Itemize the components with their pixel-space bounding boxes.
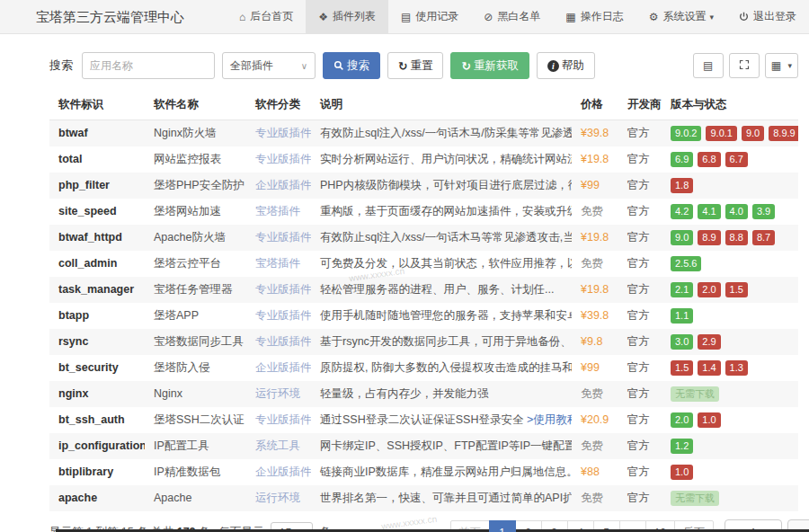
category-filter-select[interactable]: 全部插件 ∨ bbox=[222, 52, 316, 79]
version-badge[interactable]: 1.8 bbox=[671, 178, 693, 193]
nav-item-settings[interactable]: ⚙系统设置▾ bbox=[636, 0, 726, 33]
cell-category-link[interactable]: 专业版插件 bbox=[246, 120, 311, 146]
cell-category-link[interactable]: 运行环境 bbox=[246, 381, 311, 407]
cell-versions: 无需下载 bbox=[662, 381, 798, 407]
cell-category-link[interactable]: 专业版插件 bbox=[246, 407, 311, 433]
version-badge[interactable]: 1.1 bbox=[671, 308, 693, 324]
cell-plugin-name: 堡塔APP bbox=[145, 303, 246, 329]
table-row: bt_ssh_auth堡塔SSH二次认证专业版插件通过SSH登录二次认证保证SS… bbox=[49, 407, 798, 433]
cell-plugin-name: Nginx防火墙 bbox=[145, 120, 246, 146]
version-badge[interactable]: 2.5.6 bbox=[671, 256, 701, 271]
cell-category-link[interactable]: 专业版插件 bbox=[246, 225, 311, 251]
version-badge[interactable]: 3.0 bbox=[671, 334, 693, 350]
cell-price: ¥9.8 bbox=[572, 329, 618, 355]
cell-versions: 1.1 bbox=[662, 303, 798, 329]
reset-button[interactable]: ↻ 重置 bbox=[387, 52, 443, 79]
version-badge[interactable]: 无需下载 bbox=[671, 386, 719, 402]
cell-price: ¥99 bbox=[572, 355, 618, 381]
cell-developer: 官方 bbox=[618, 251, 662, 277]
cell-category-link[interactable]: 专业版插件 bbox=[246, 277, 311, 303]
version-badge[interactable]: 1.4 bbox=[698, 360, 720, 376]
cell-developer: 官方 bbox=[618, 329, 662, 355]
version-badge[interactable]: 3.9 bbox=[752, 204, 775, 219]
nav-item-operation-log[interactable]: ▦操作日志 bbox=[553, 0, 636, 33]
cell-plugin-id: task_manager bbox=[49, 277, 145, 303]
cell-category-link[interactable]: 企业版插件 bbox=[246, 355, 311, 381]
version-badge[interactable]: 1.5 bbox=[725, 282, 748, 297]
search-button[interactable]: 搜索 bbox=[323, 52, 380, 79]
cell-category-link[interactable]: 运行环境 bbox=[246, 485, 311, 511]
caret-down-icon: ▾ bbox=[709, 13, 714, 22]
cell-plugin-name: Apache防火墙 bbox=[145, 225, 246, 251]
version-badge[interactable]: 1.5 bbox=[671, 360, 693, 376]
columns-toggle-button[interactable]: ▦ ▾ bbox=[765, 53, 798, 78]
version-badge[interactable]: 8.8 bbox=[725, 230, 748, 245]
cell-plugin-id: site_speed bbox=[49, 199, 145, 225]
table-row: btwaf_httpdApache防火墙专业版插件有效防止sql注入/xss/一… bbox=[49, 225, 798, 251]
version-badge[interactable]: 2.0 bbox=[698, 282, 720, 297]
cell-versions: 3.02.9 bbox=[662, 329, 798, 355]
info-icon: i bbox=[547, 60, 559, 72]
version-badge[interactable]: 6.8 bbox=[698, 152, 720, 167]
version-badge[interactable]: 4.1 bbox=[698, 204, 720, 219]
version-badge[interactable]: 无需下载 bbox=[671, 491, 719, 506]
version-badge[interactable]: 9.0 bbox=[671, 230, 693, 245]
cell-description: 通过SSH登录二次认证保证SSH登录安全 >使用教程 bbox=[311, 407, 572, 433]
cell-category-link[interactable]: 专业版插件 bbox=[246, 146, 311, 173]
cell-developer: 官方 bbox=[618, 225, 662, 251]
nav-item-blacklist[interactable]: ⊘黑白名单 bbox=[471, 0, 553, 33]
version-badge[interactable]: 2.9 bbox=[698, 334, 720, 350]
version-badge[interactable]: 6.7 bbox=[725, 152, 748, 167]
home-icon: ⌂ bbox=[239, 11, 245, 23]
fullscreen-button[interactable] bbox=[729, 53, 760, 78]
version-badge[interactable]: 4.2 bbox=[671, 204, 693, 219]
nav-item-usage-log[interactable]: ▤使用记录 bbox=[388, 0, 471, 33]
cell-developer: 官方 bbox=[618, 485, 662, 511]
ban-icon: ⊘ bbox=[484, 11, 493, 23]
description-link[interactable]: >使用教程 bbox=[527, 413, 572, 426]
detail-view-button[interactable]: ▤ bbox=[693, 53, 724, 78]
cell-plugin-name: 堡塔网站加速 bbox=[145, 199, 246, 225]
version-badge[interactable]: 8.9.9 bbox=[769, 126, 798, 141]
cell-category-link[interactable]: 专业版插件 bbox=[246, 303, 311, 329]
version-badge[interactable]: 8.9 bbox=[698, 230, 720, 245]
cell-price: ¥19.8 bbox=[572, 225, 618, 251]
version-badge[interactable]: 1.0 bbox=[671, 465, 693, 480]
version-badge[interactable]: 2.0 bbox=[671, 412, 693, 428]
version-badge[interactable]: 9.0 bbox=[742, 126, 764, 141]
cell-developer: 官方 bbox=[618, 381, 662, 407]
version-badge[interactable]: 8.7 bbox=[752, 230, 775, 245]
version-badge[interactable]: 6.9 bbox=[671, 152, 693, 167]
help-button[interactable]: i 帮助 bbox=[537, 52, 595, 79]
cell-plugin-name: 堡塔防入侵 bbox=[145, 355, 246, 381]
cell-description: 链接商业IP数据库，精准显示网站用户归属地信息。暂时... bbox=[311, 459, 572, 485]
cell-category-link[interactable]: 宝塔插件 bbox=[246, 199, 311, 225]
nav-item-label: 插件列表 bbox=[333, 9, 376, 24]
cell-description: 轻松管理服务器的进程、用户、服务、计划任... bbox=[311, 277, 572, 303]
cell-category-link[interactable]: 宝塔插件 bbox=[246, 251, 311, 277]
search-input[interactable] bbox=[82, 52, 215, 79]
cell-category-link[interactable]: 专业版插件 bbox=[246, 329, 311, 355]
version-badge[interactable]: 4.0 bbox=[725, 204, 748, 219]
nav-item-home[interactable]: ⌂后台首页 bbox=[227, 0, 306, 33]
cell-category-link[interactable]: 企业版插件 bbox=[246, 459, 311, 485]
help-button-label: 帮助 bbox=[562, 58, 584, 74]
table-row: apacheApache运行环境世界排名第一，快速、可靠并且可通过简单的API扩… bbox=[49, 485, 798, 511]
version-badge[interactable]: 9.0.2 bbox=[671, 126, 701, 141]
cell-plugin-id: total bbox=[49, 146, 145, 173]
version-badge[interactable]: 2.1 bbox=[671, 282, 693, 297]
nav-item-logout[interactable]: 退出登录 bbox=[726, 0, 809, 33]
category-filter-value: 全部插件 bbox=[230, 58, 273, 74]
version-badge[interactable]: 1.3 bbox=[725, 360, 748, 376]
version-badge[interactable]: 9.0.1 bbox=[706, 126, 736, 141]
cell-plugin-id: btwaf_httpd bbox=[49, 225, 145, 251]
nav-item-plugin-list[interactable]: ❖插件列表 bbox=[306, 0, 388, 33]
cell-category-link[interactable]: 系统工具 bbox=[246, 433, 311, 459]
refetch-button[interactable]: ↻ 重新获取 bbox=[450, 52, 529, 79]
cell-category-link[interactable]: 企业版插件 bbox=[246, 173, 311, 199]
version-badge[interactable]: 1.2 bbox=[671, 439, 693, 454]
version-badge[interactable]: 1.0 bbox=[698, 412, 720, 428]
nav-item-label: 黑白名单 bbox=[497, 9, 540, 24]
pagination-page-1[interactable]: 1 bbox=[489, 520, 516, 532]
table-row: ip_configurationIP配置工具系统工具网卡绑定IP、SSH授权IP… bbox=[49, 433, 798, 459]
